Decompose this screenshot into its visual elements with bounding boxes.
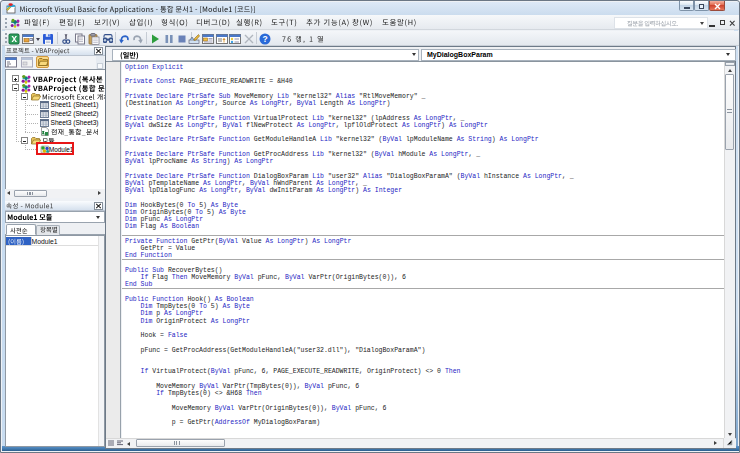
svg-text:?: ? [262,34,267,44]
